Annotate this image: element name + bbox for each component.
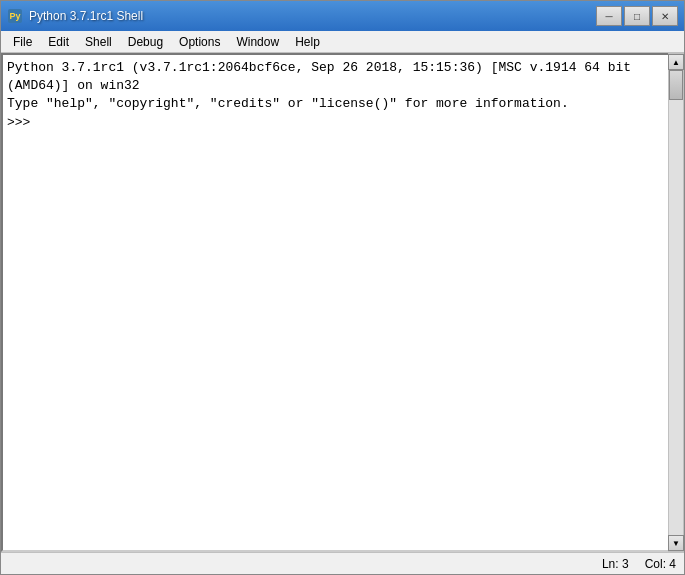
scrollbar-track[interactable] — [669, 70, 683, 535]
line-number: Ln: 3 — [602, 557, 629, 571]
menu-bar: File Edit Shell Debug Options Window Hel… — [1, 31, 684, 53]
title-bar-left: Py Python 3.7.1rc1 Shell — [7, 8, 143, 24]
maximize-button[interactable]: □ — [624, 6, 650, 26]
menu-shell[interactable]: Shell — [77, 31, 120, 52]
vertical-scrollbar[interactable]: ▲ ▼ — [668, 53, 684, 552]
menu-window[interactable]: Window — [228, 31, 287, 52]
python-icon: Py — [7, 8, 23, 24]
menu-file[interactable]: File — [5, 31, 40, 52]
scroll-down-button[interactable]: ▼ — [668, 535, 684, 551]
minimize-button[interactable]: ─ — [596, 6, 622, 26]
close-button[interactable]: ✕ — [652, 6, 678, 26]
shell-output[interactable]: Python 3.7.1rc1 (v3.7.1rc1:2064bcf6ce, S… — [1, 53, 668, 552]
main-window: Py Python 3.7.1rc1 Shell ─ □ ✕ File Edit… — [0, 0, 685, 575]
scroll-up-button[interactable]: ▲ — [668, 54, 684, 70]
menu-edit[interactable]: Edit — [40, 31, 77, 52]
window-title: Python 3.7.1rc1 Shell — [29, 9, 143, 23]
col-number: Col: 4 — [645, 557, 676, 571]
window-controls: ─ □ ✕ — [596, 6, 678, 26]
content-area: Python 3.7.1rc1 (v3.7.1rc1:2064bcf6ce, S… — [1, 53, 684, 552]
menu-help[interactable]: Help — [287, 31, 328, 52]
scrollbar-thumb[interactable] — [669, 70, 683, 100]
menu-debug[interactable]: Debug — [120, 31, 171, 52]
title-bar: Py Python 3.7.1rc1 Shell ─ □ ✕ — [1, 1, 684, 31]
menu-options[interactable]: Options — [171, 31, 228, 52]
status-bar: Ln: 3 Col: 4 — [1, 552, 684, 574]
